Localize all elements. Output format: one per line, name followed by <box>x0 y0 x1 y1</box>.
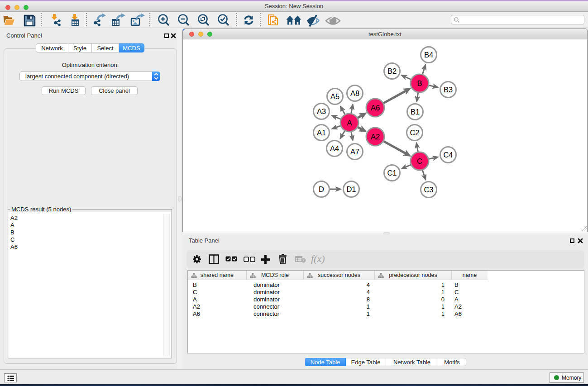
svg-text:A3: A3 <box>317 107 326 115</box>
svg-text:A4: A4 <box>330 144 339 152</box>
svg-text:A2: A2 <box>371 133 380 141</box>
svg-text:D: D <box>319 185 324 193</box>
svg-text:C3: C3 <box>424 186 433 194</box>
svg-text:B1: B1 <box>411 108 420 116</box>
svg-text:B4: B4 <box>424 51 433 59</box>
svg-text:D1: D1 <box>346 185 356 193</box>
svg-text:C1: C1 <box>387 169 397 177</box>
svg-text:C: C <box>417 157 422 165</box>
svg-text:B: B <box>417 79 422 87</box>
svg-text:A: A <box>347 119 352 127</box>
svg-text:A7: A7 <box>350 148 359 156</box>
svg-text:A6: A6 <box>371 104 380 112</box>
svg-text:A8: A8 <box>350 89 359 97</box>
svg-text:A5: A5 <box>330 92 339 100</box>
svg-text:B2: B2 <box>387 67 397 75</box>
svg-text:B3: B3 <box>444 86 453 94</box>
svg-text:A1: A1 <box>317 129 326 137</box>
svg-text:C4: C4 <box>443 151 453 159</box>
svg-text:C2: C2 <box>410 129 419 137</box>
